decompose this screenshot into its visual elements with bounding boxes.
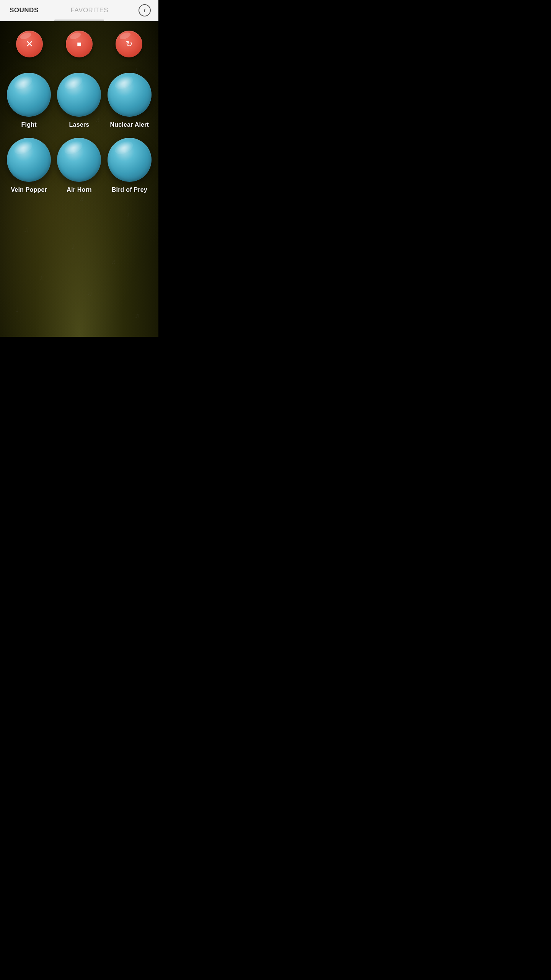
controls-row: ✕ ■ ↻: [0, 21, 158, 61]
tab-favorites[interactable]: FAVORITES: [69, 3, 111, 18]
sound-label-lasers: Lasers: [69, 121, 90, 128]
close-button[interactable]: ✕: [16, 31, 43, 57]
sound-item-air-horn: Air Horn: [54, 134, 104, 199]
main-content: ♩ ♪ ♫ ♩ ♬ ♩ ♪ ♫ ♬ ♩ ♪ ♫ ♩ ♬ ♪ ♫ ♩ ♬ ♪ ♫ …: [0, 21, 158, 337]
sound-button-air-horn[interactable]: [57, 138, 101, 182]
sound-label-nuclear-alert: Nuclear Alert: [110, 121, 149, 128]
sound-item-bird-of-prey: Bird of Prey: [104, 134, 155, 199]
app-header: SOUNDS FAVORITES i: [0, 0, 158, 21]
sounds-grid: Fight Lasers Nuclear Alert Vein Popper A…: [0, 61, 158, 203]
sound-item-nuclear-alert: Nuclear Alert: [104, 69, 155, 134]
info-icon: i: [144, 7, 145, 14]
sound-label-vein-popper: Vein Popper: [11, 186, 47, 193]
sound-label-bird-of-prey: Bird of Prey: [112, 186, 147, 193]
sound-item-fight: Fight: [4, 69, 54, 134]
repeat-icon: ↻: [126, 40, 132, 48]
sound-label-fight: Fight: [21, 121, 37, 128]
sound-item-lasers: Lasers: [54, 69, 104, 134]
close-icon: ✕: [26, 39, 33, 49]
sound-label-air-horn: Air Horn: [67, 186, 92, 193]
sound-button-nuclear-alert[interactable]: [108, 73, 152, 117]
tab-sounds[interactable]: SOUNDS: [8, 3, 41, 18]
repeat-button[interactable]: ↻: [116, 31, 142, 57]
tab-underline: [54, 20, 104, 21]
bottom-area: [0, 203, 158, 337]
sound-button-lasers[interactable]: [57, 73, 101, 117]
sound-button-fight[interactable]: [7, 73, 51, 117]
stop-button[interactable]: ■: [66, 31, 93, 57]
sound-button-bird-of-prey[interactable]: [108, 138, 152, 182]
sound-button-vein-popper[interactable]: [7, 138, 51, 182]
info-button[interactable]: i: [139, 4, 151, 16]
stop-icon: ■: [77, 40, 82, 48]
sound-item-vein-popper: Vein Popper: [4, 134, 54, 199]
